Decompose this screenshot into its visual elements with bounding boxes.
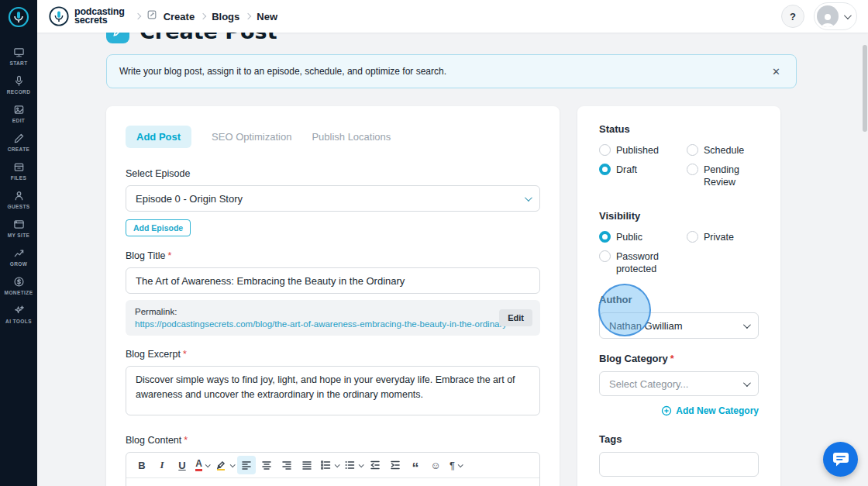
- outdent-button[interactable]: [366, 456, 384, 474]
- sidebar-item-label: RECORD: [7, 89, 31, 95]
- scrollbar-thumb[interactable]: [863, 45, 867, 132]
- chevron-down-icon: [230, 462, 236, 467]
- chevron-down-icon: [743, 379, 751, 387]
- emoji-button[interactable]: ☺: [426, 456, 445, 474]
- blog-title-input[interactable]: [126, 267, 540, 294]
- brand-line2: secrets: [74, 16, 125, 25]
- radio-public[interactable]: Public: [599, 231, 684, 243]
- video-button[interactable]: [173, 481, 191, 486]
- chat-widget-button[interactable]: [823, 442, 858, 477]
- radio-pending-review[interactable]: Pending Review: [687, 164, 759, 188]
- blog-title-label: Blog Title*: [126, 250, 540, 261]
- tab-publish-locations[interactable]: Publish Locations: [312, 126, 391, 148]
- growth-chart-icon: [13, 246, 25, 259]
- table-button[interactable]: [193, 481, 212, 486]
- underline-button[interactable]: U: [173, 456, 191, 474]
- radio-draft[interactable]: Draft: [599, 164, 684, 188]
- help-button[interactable]: ?: [781, 5, 804, 28]
- align-right-button[interactable]: [277, 456, 296, 474]
- permalink-link[interactable]: https://podcastingsecrets.com/blog/the-a…: [135, 319, 507, 329]
- highlight-color-button[interactable]: [213, 456, 236, 474]
- post-settings-card: Status Published Schedule Draft Pending …: [577, 106, 780, 486]
- post-form-card: Add Post SEO Optimization Publish Locati…: [106, 106, 560, 486]
- editor-toolbar-row2: [126, 477, 539, 486]
- paragraph-format-button[interactable]: ¶: [446, 456, 465, 474]
- sidebar-item-ai-tools[interactable]: AI TOOLS: [0, 300, 37, 329]
- header-actions: ?: [781, 2, 857, 30]
- required-mark: *: [184, 435, 188, 446]
- tab-bar: Add Post SEO Optimization Publish Locati…: [126, 126, 540, 148]
- code-view-button[interactable]: [233, 481, 252, 486]
- main-content: Create Post Write your blog post, assign…: [37, 33, 868, 486]
- text-color-button[interactable]: A: [193, 456, 212, 474]
- fullscreen-button[interactable]: [253, 481, 272, 486]
- align-center-button[interactable]: [257, 456, 276, 474]
- breadcrumb-blogs[interactable]: Blogs: [212, 11, 239, 22]
- rich-text-editor: B I U A: [126, 452, 540, 486]
- breadcrumb-new[interactable]: New: [257, 11, 277, 22]
- radio-icon: [687, 164, 698, 175]
- horizontal-rule-button[interactable]: [213, 481, 232, 486]
- ordered-list-button[interactable]: [318, 456, 340, 474]
- author-select[interactable]: Nathan Gwilliam: [599, 312, 759, 339]
- chevron-down-icon: [205, 462, 210, 467]
- radio-schedule[interactable]: Schedule: [687, 144, 759, 157]
- sidebar-item-edit[interactable]: EDIT: [0, 99, 37, 128]
- edit-permalink-button[interactable]: Edit: [499, 309, 532, 326]
- user-menu[interactable]: [814, 2, 857, 30]
- radio-published[interactable]: Published: [599, 144, 684, 157]
- add-new-category-link[interactable]: Add New Category: [599, 405, 759, 416]
- radio-icon: [687, 144, 698, 156]
- dollar-icon: [13, 275, 25, 288]
- status-heading: Status: [599, 123, 759, 135]
- episode-select[interactable]: Episode 0 - Origin Story: [126, 185, 540, 212]
- tags-input[interactable]: [599, 452, 759, 477]
- avatar: [817, 5, 839, 27]
- sidebar-item-label: CREATE: [8, 146, 30, 152]
- sidebar-item-start[interactable]: START: [0, 42, 37, 71]
- radio-icon: [599, 250, 611, 262]
- radio-password-protected[interactable]: Password protected: [599, 250, 684, 275]
- italic-button[interactable]: I: [153, 456, 171, 474]
- radio-private[interactable]: Private: [687, 231, 759, 243]
- breadcrumb-create[interactable]: Create: [164, 11, 195, 22]
- image-button[interactable]: [153, 481, 171, 486]
- app-logo[interactable]: [7, 5, 30, 32]
- align-left-button[interactable]: [237, 456, 256, 474]
- blog-excerpt-input[interactable]: Discover simple ways to find joy, light,…: [126, 366, 540, 415]
- sidebar-item-monetize[interactable]: MONETIZE: [0, 271, 37, 300]
- required-mark: *: [167, 250, 171, 261]
- files-icon: [13, 160, 25, 173]
- sidebar-item-guests[interactable]: GUESTS: [0, 185, 37, 214]
- microphone-icon: [13, 74, 25, 87]
- tab-add-post[interactable]: Add Post: [126, 126, 191, 148]
- sidebar-item-record[interactable]: RECORD: [0, 71, 37, 99]
- author-select-value: Nathan Gwilliam: [609, 320, 683, 332]
- sidebar-item-label: MONETIZE: [5, 290, 33, 295]
- page-title: Create Post: [140, 33, 277, 43]
- indent-button[interactable]: [386, 456, 405, 474]
- bullet-list-button[interactable]: [342, 456, 364, 474]
- sidebar-item-grow[interactable]: GROW: [0, 243, 37, 271]
- brand-logo[interactable]: podcasting secrets: [48, 5, 125, 27]
- sidebar-item-create[interactable]: CREATE: [0, 128, 37, 157]
- add-episode-button[interactable]: Add Episode: [126, 219, 191, 236]
- status-options: Published Schedule Draft Pending Review: [599, 144, 759, 188]
- sidebar-item-files[interactable]: FILES: [0, 157, 37, 185]
- episode-select-value: Episode 0 - Origin Story: [136, 193, 243, 205]
- media-edit-icon: [13, 103, 25, 115]
- tab-seo-optimization[interactable]: SEO Optimization: [212, 126, 291, 148]
- chevron-down-icon: [844, 12, 852, 19]
- sidebar-item-my-site[interactable]: MY SITE: [0, 214, 37, 243]
- bold-button[interactable]: B: [133, 456, 151, 474]
- blockquote-button[interactable]: “: [406, 456, 425, 474]
- category-select[interactable]: Select Category...: [599, 371, 759, 396]
- sidebar-item-label: START: [9, 60, 27, 66]
- breadcrumb: Create Blogs New: [136, 9, 781, 23]
- start-icon: [13, 46, 25, 58]
- align-justify-button[interactable]: [298, 456, 316, 474]
- select-episode-label: Select Episode: [126, 168, 540, 179]
- chevron-down-icon: [359, 462, 364, 467]
- close-icon[interactable]: ✕: [769, 64, 784, 79]
- link-button[interactable]: [133, 481, 151, 486]
